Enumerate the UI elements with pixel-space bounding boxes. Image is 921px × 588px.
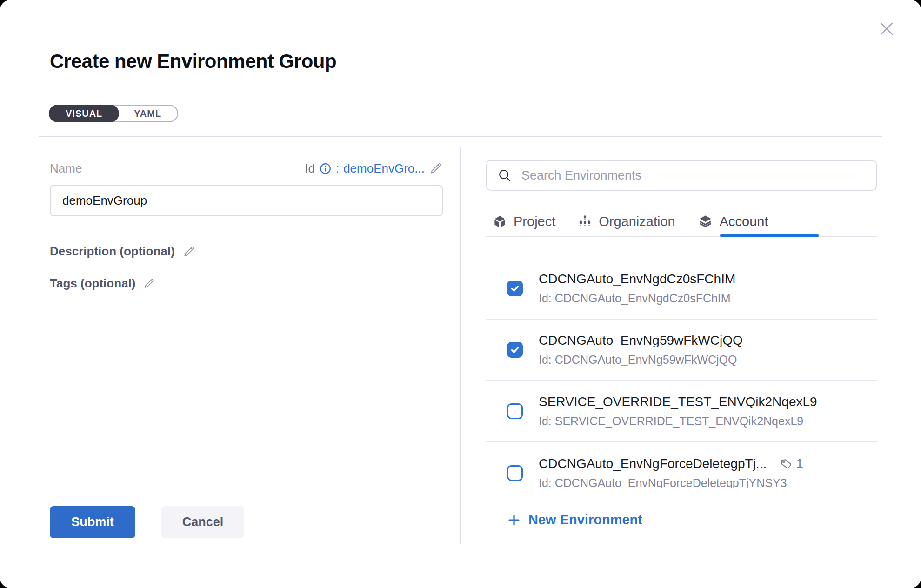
environment-list-item[interactable]: CDCNGAuto_EnvNgdCz0sFChIM Id: CDCNGAuto_… xyxy=(486,258,877,320)
environment-id: Id: CDCNGAuto_EnvNg59wFkWCjQQ xyxy=(539,353,743,367)
check-icon xyxy=(509,283,521,294)
edit-tags-button[interactable] xyxy=(143,277,155,290)
environment-name: CDCNGAuto_EnvNg59wFkWCjQQ xyxy=(539,333,743,348)
id-value-link[interactable]: demoEnvGro... xyxy=(343,161,425,176)
layers-icon xyxy=(698,214,713,229)
close-icon xyxy=(878,20,895,38)
environment-list-item[interactable]: SERVICE_OVERRIDE_TEST_ENVQik2NqexL9 Id: … xyxy=(486,381,877,442)
environment-id: Id: CDCNGAuto_EnvNgdCz0sFChIM xyxy=(539,292,735,305)
tab-label: Account xyxy=(720,214,768,229)
cube-icon xyxy=(493,214,507,229)
environment-list: CDCNGAuto_EnvNgdCz0sFChIM Id: CDCNGAuto_… xyxy=(486,237,877,488)
environment-id: Id: CDCNGAuto_EnvNgForceDeletegpTjYNSY3 xyxy=(539,476,803,488)
edit-icon xyxy=(143,277,155,290)
id-separator: : xyxy=(336,161,339,176)
edit-description-button[interactable] xyxy=(182,245,196,258)
form-column: Name Id : demoEnvGro... Description (opt… xyxy=(50,160,443,291)
cancel-button[interactable]: Cancel xyxy=(161,506,244,538)
environment-list-item[interactable]: CDCNGAuto_EnvNgForceDeletegpTj... 1 Id: … xyxy=(486,442,877,488)
close-button[interactable] xyxy=(876,19,897,39)
edit-id-button[interactable] xyxy=(429,161,443,175)
info-icon[interactable] xyxy=(319,162,332,175)
submit-button[interactable]: Submit xyxy=(50,506,135,538)
environment-checkbox[interactable] xyxy=(507,403,523,419)
environment-id: Id: SERVICE_OVERRIDE_TEST_ENVQik2NqexL9 xyxy=(539,414,817,428)
environment-name: SERVICE_OVERRIDE_TEST_ENVQik2NqexL9 xyxy=(539,394,817,409)
environment-checkbox[interactable] xyxy=(507,281,523,296)
tab-label: Project xyxy=(514,214,555,229)
edit-icon xyxy=(182,245,196,258)
scope-tabs: Project Organization Account xyxy=(486,207,877,236)
environment-list-item[interactable]: CDCNGAuto_EnvNg59wFkWCjQQ Id: CDCNGAuto_… xyxy=(486,320,877,381)
environment-checkbox[interactable] xyxy=(507,465,523,481)
new-environment-label: New Environment xyxy=(528,512,642,528)
toggle-visual[interactable]: VISUAL xyxy=(49,105,119,122)
tab-organization[interactable]: Organization xyxy=(578,214,675,229)
environment-checkbox[interactable] xyxy=(507,342,523,358)
environment-name: CDCNGAuto_EnvNgdCz0sFChIM xyxy=(539,272,735,287)
tab-project[interactable]: Project xyxy=(493,214,555,229)
tag-count: 1 xyxy=(796,456,803,471)
create-environment-group-modal: Create new Environment Group VISUAL YAML… xyxy=(0,0,921,588)
name-input[interactable] xyxy=(50,185,443,216)
tab-account[interactable]: Account xyxy=(698,214,768,229)
environment-name: CDCNGAuto_EnvNgForceDeletegpTj... xyxy=(539,456,767,471)
name-label: Name xyxy=(50,161,82,176)
org-chart-icon xyxy=(578,214,592,229)
tags-count-badge: 1 xyxy=(779,456,803,471)
tags-label: Tags (optional) xyxy=(50,276,135,291)
new-environment-button[interactable]: New Environment xyxy=(486,512,645,528)
tab-label: Organization xyxy=(599,214,675,229)
id-label: Id xyxy=(305,161,315,176)
plus-icon xyxy=(507,513,521,527)
toggle-yaml[interactable]: YAML xyxy=(118,106,177,121)
edit-icon xyxy=(429,161,443,175)
visual-yaml-toggle: VISUAL YAML xyxy=(49,105,178,122)
check-icon xyxy=(509,344,521,355)
search-box xyxy=(486,160,877,191)
search-input[interactable] xyxy=(521,168,866,183)
header-divider xyxy=(39,136,882,137)
panel-divider xyxy=(460,147,461,544)
search-icon xyxy=(497,168,512,183)
tag-icon xyxy=(779,457,793,471)
active-tab-underline xyxy=(720,234,819,237)
tabs-divider xyxy=(486,236,877,237)
environments-panel: Project Organization Account xyxy=(486,160,877,528)
description-label: Description (optional) xyxy=(50,244,175,259)
page-title: Create new Environment Group xyxy=(50,50,336,73)
